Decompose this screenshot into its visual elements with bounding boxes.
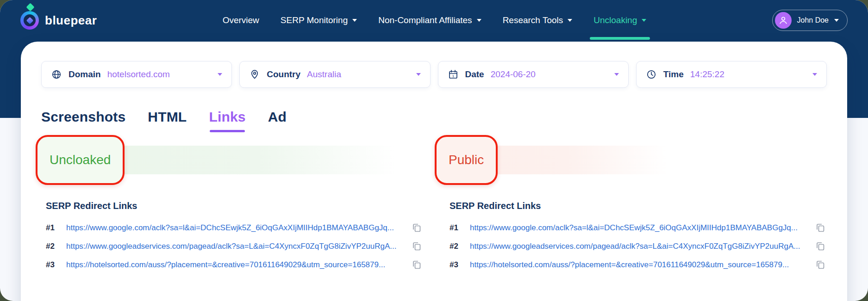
annotation-zone: Uncloaked Public (41, 135, 827, 188)
uncloaked-label: Uncloaked (50, 153, 111, 167)
filter-value: 14:25:22 (690, 69, 724, 80)
globe-icon (51, 69, 62, 80)
link-index: #3 (46, 260, 66, 270)
svg-text:1: 1 (452, 74, 454, 78)
avatar (775, 12, 792, 29)
location-pin-icon (249, 69, 260, 80)
public-label: Public (449, 153, 484, 167)
tab-screenshots[interactable]: Screenshots (41, 109, 125, 125)
time-filter-dropdown[interactable]: Time 14:25:22 (636, 61, 827, 88)
redirect-link[interactable]: https://hotelsorted.com/auss/?placement=… (66, 260, 411, 270)
chevron-down-icon (812, 73, 817, 76)
public-annotation: Public (435, 135, 498, 185)
panel-heading: SERP Redirect Links (46, 201, 433, 211)
clock-icon (646, 69, 657, 80)
date-filter-dropdown[interactable]: 1 Date 2024-06-20 (438, 61, 629, 88)
logo-ring-icon (20, 11, 39, 30)
link-row: #1 https://www.google.com/aclk?sa=l&ai=D… (46, 219, 433, 237)
app-window: bluepear Overview SERP Monitoring Non-Co… (0, 0, 868, 301)
tab-bar: Screenshots HTML Links Ad (41, 109, 827, 125)
filter-value: Australia (307, 69, 341, 80)
chevron-down-icon (352, 19, 357, 22)
content-card: Domain hotelsorted.com Country Australia (21, 42, 847, 301)
nav-item-label: SERP Monitoring (281, 15, 348, 25)
link-row: #3 https://hotelsorted.com/auss/?placeme… (46, 256, 433, 274)
chevron-down-icon (218, 73, 222, 76)
brand-wordmark: bluepear (45, 13, 97, 28)
filter-label: Domain (69, 69, 101, 80)
nav-item-label: Non-Compliant Affiliates (378, 15, 472, 25)
copy-icon[interactable] (411, 259, 423, 270)
brand: bluepear (20, 11, 97, 30)
nav-item-serp-monitoring[interactable]: SERP Monitoring (281, 0, 357, 41)
chevron-down-icon (416, 73, 421, 76)
nav-item-overview[interactable]: Overview (223, 0, 259, 41)
links-section: SERP Redirect Links #1 https://www.googl… (41, 201, 827, 274)
public-links-panel: SERP Redirect Links #1 https://www.googl… (450, 201, 827, 274)
link-row: #1 https://www.google.com/aclk?sa=l&ai=D… (450, 219, 827, 237)
nav-item-non-compliant-affiliates[interactable]: Non-Compliant Affiliates (378, 0, 481, 41)
filter-bar: Domain hotelsorted.com Country Australia (41, 61, 827, 88)
link-row: #2 https://www.googleadservices.com/page… (46, 237, 433, 256)
tab-ad[interactable]: Ad (268, 109, 287, 125)
filter-label: Time (663, 69, 684, 80)
brand-spark-icon (26, 3, 34, 11)
uncloaked-links-panel: SERP Redirect Links #1 https://www.googl… (46, 201, 433, 274)
redirect-link[interactable]: https://www.googleadservices.com/pagead/… (66, 242, 411, 251)
link-index: #2 (450, 242, 470, 251)
link-row: #3 https://hotelsorted.com/auss/?placeme… (450, 256, 827, 274)
nav-item-label: Uncloaking (593, 15, 637, 25)
uncloaked-annotation: Uncloaked (36, 135, 125, 185)
user-icon (778, 15, 788, 25)
domain-filter-dropdown[interactable]: Domain hotelsorted.com (41, 61, 232, 88)
chevron-down-icon (568, 19, 572, 22)
bluepear-logo-icon (20, 11, 39, 30)
tab-links[interactable]: Links (209, 109, 245, 125)
redirect-link[interactable]: https://hotelsorted.com/auss/?placement=… (470, 260, 814, 270)
filter-value: 2024-06-20 (491, 69, 536, 80)
link-index: #2 (46, 242, 66, 251)
chevron-down-icon (477, 19, 481, 22)
redirect-link[interactable]: https://www.google.com/aclk?sa=l&ai=DChc… (66, 223, 411, 233)
link-index: #3 (450, 260, 470, 270)
redirect-link[interactable]: https://www.googleadservices.com/pagead/… (470, 242, 814, 251)
copy-icon[interactable] (814, 259, 826, 270)
chevron-down-icon (614, 73, 619, 76)
chevron-down-icon (834, 19, 839, 22)
copy-icon[interactable] (814, 241, 826, 252)
tab-html[interactable]: HTML (148, 109, 187, 125)
filter-label: Date (465, 69, 484, 80)
calendar-icon: 1 (448, 69, 459, 80)
top-navigation-bar: bluepear Overview SERP Monitoring Non-Co… (0, 0, 868, 41)
filter-value: hotelsorted.com (107, 69, 170, 80)
nav-item-label: Overview (223, 15, 259, 25)
copy-icon[interactable] (814, 222, 826, 233)
nav-item-uncloaking[interactable]: Uncloaking (593, 0, 646, 41)
nav-item-research-tools[interactable]: Research Tools (503, 0, 573, 41)
panel-heading: SERP Redirect Links (450, 201, 827, 211)
main-nav: Overview SERP Monitoring Non-Compliant A… (97, 0, 772, 41)
chevron-down-icon (642, 19, 646, 22)
redirect-link[interactable]: https://www.google.com/aclk?sa=l&ai=DChc… (470, 223, 814, 233)
link-index: #1 (46, 223, 66, 233)
filter-label: Country (267, 69, 300, 80)
user-menu[interactable]: John Doe (772, 10, 848, 31)
nav-item-label: Research Tools (503, 15, 563, 25)
copy-icon[interactable] (411, 241, 423, 252)
user-name: John Doe (797, 16, 829, 25)
copy-icon[interactable] (411, 222, 423, 233)
link-index: #1 (450, 223, 470, 233)
link-row: #2 https://www.googleadservices.com/page… (450, 237, 827, 256)
country-filter-dropdown[interactable]: Country Australia (239, 61, 430, 88)
